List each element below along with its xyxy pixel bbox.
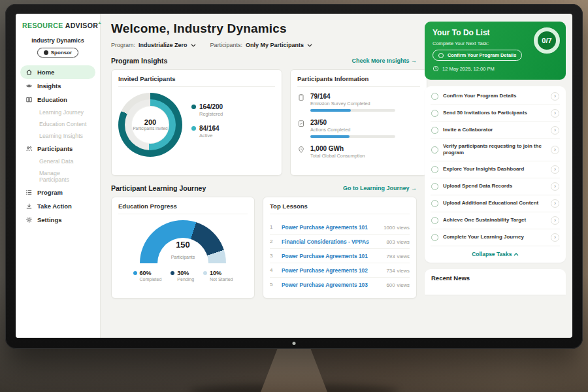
task-row-achieve-target[interactable]: Achieve One Sustainability Target › xyxy=(431,212,560,229)
page-title: Welcome, Industry Dynamics xyxy=(111,22,417,36)
task-row-upload-spend-data[interactable]: Upload Spend Data Records › xyxy=(431,178,560,195)
filter-bar: Program: Industrialize Zero Participants… xyxy=(111,42,417,48)
task-checkbox[interactable] xyxy=(431,217,438,224)
chevron-right-icon[interactable]: › xyxy=(551,165,559,174)
sidebar: RESOURCE ADVISOR+ Industry Dynamics Spon… xyxy=(16,14,101,338)
chevron-right-icon[interactable]: › xyxy=(551,109,559,118)
lesson-row[interactable]: 2 Financial Considerations - VPPAs 803vi… xyxy=(270,235,410,249)
task-checkbox[interactable] xyxy=(438,53,444,58)
sidebar-item-education[interactable]: Education xyxy=(20,93,95,106)
legend-completed: 60% Completed xyxy=(133,270,162,282)
insights-cards-row: Invited Participants 200 Participants In… xyxy=(111,69,417,176)
task-checkbox[interactable] xyxy=(431,183,438,190)
task-checkbox[interactable] xyxy=(431,127,438,134)
sidebar-item-learning-journey[interactable]: Learning Journey xyxy=(20,106,95,118)
legend-dot-active xyxy=(191,126,196,131)
check-more-insights-link[interactable]: Check More Insights → xyxy=(351,57,417,64)
task-row-explore-insights[interactable]: Explore Your Insights Dashboard › xyxy=(431,161,560,178)
sidebar-nav: Home Insights Education Learning Journey… xyxy=(20,65,95,227)
task-checkbox[interactable] xyxy=(431,200,438,207)
task-due-date: 12 May 2025, 12:00 PM xyxy=(433,65,559,72)
legend-dot-registered xyxy=(191,105,196,109)
legend-dot-completed xyxy=(133,271,137,275)
lesson-link[interactable]: Power Purchase Agreements 103 xyxy=(282,282,379,288)
task-checkbox[interactable] xyxy=(431,110,438,117)
lesson-link[interactable]: Power Purchase Agreements 102 xyxy=(282,267,379,274)
chevron-right-icon[interactable]: › xyxy=(551,182,559,191)
book-icon xyxy=(25,96,33,103)
participants-filter-value: Only My Participants xyxy=(246,42,304,48)
webcam-dot xyxy=(293,342,296,345)
lesson-row[interactable]: 4 Power Purchase Agreements 102 734views xyxy=(270,263,410,278)
actions-completed-row: 23/50 Actions Completed xyxy=(297,119,420,138)
top-lessons-card: Top Lessons 1 Power Purchase Agreements … xyxy=(263,197,417,299)
go-to-learning-journey-link[interactable]: Go to Learning Journey → xyxy=(343,185,417,191)
sidebar-item-insights[interactable]: Insights xyxy=(20,79,95,93)
recent-news-card: Recent News xyxy=(425,269,566,295)
lesson-row[interactable]: 3 Power Purchase Agreements 101 793views xyxy=(270,249,410,263)
invited-participants-donut-chart: 200 Participants Invited xyxy=(118,93,182,157)
task-row-confirm-program[interactable]: Confirm Your Program Details › xyxy=(431,88,560,105)
education-progress-title: Education Progress xyxy=(118,203,248,214)
chevron-right-icon[interactable]: › xyxy=(551,92,559,101)
org-name: Industry Dynamics xyxy=(20,37,95,44)
task-row-invite-collaborator[interactable]: Invite a Collaborator › xyxy=(431,122,560,139)
lesson-row[interactable]: 1 Power Purchase Agreements 101 1000view… xyxy=(270,220,410,235)
donut-center-value: 200 xyxy=(144,118,156,126)
lesson-link[interactable]: Financial Considerations - VPPAs xyxy=(282,238,379,245)
sponsor-badge[interactable]: Sponsor xyxy=(37,48,78,57)
sidebar-item-general-data[interactable]: General Data xyxy=(20,155,95,167)
chevron-right-icon[interactable]: › xyxy=(551,146,559,154)
list-icon xyxy=(25,189,33,196)
sidebar-item-learning-insights[interactable]: Learning Insights xyxy=(20,130,95,142)
sidebar-item-take-action[interactable]: Take Action xyxy=(20,199,95,213)
sidebar-item-education-content[interactable]: Education Content xyxy=(20,118,95,130)
sidebar-item-participants[interactable]: Participants xyxy=(20,142,95,155)
chevron-right-icon[interactable]: › xyxy=(551,233,559,242)
gauge-center-label: Participants xyxy=(171,255,195,259)
task-checkbox[interactable] xyxy=(431,93,438,100)
program-filter-value: Industrialize Zero xyxy=(139,42,188,48)
task-row-send-invitations[interactable]: Send 50 Invitations to Participants › xyxy=(431,105,560,122)
people-icon xyxy=(25,145,33,152)
todo-progress-ring: 0/7 xyxy=(534,27,560,54)
education-legend: 60% Completed 30% Pending 10% Not Starte… xyxy=(118,270,248,282)
program-filter-label: Program: xyxy=(111,42,135,48)
program-insights-header: Program Insights Check More Insights → xyxy=(111,57,417,65)
task-row-complete-learning-journey[interactable]: Complete Your Learning Journey › xyxy=(431,229,560,246)
monitor-bezel: RESOURCE ADVISOR+ Industry Dynamics Spon… xyxy=(5,4,583,349)
lesson-link[interactable]: Power Purchase Agreements 101 xyxy=(282,253,379,259)
task-checkbox[interactable] xyxy=(431,166,438,173)
sidebar-item-manage-participants[interactable]: Manage Participants xyxy=(20,167,95,186)
program-filter[interactable]: Program: Industrialize Zero xyxy=(111,42,196,48)
task-row-upload-educational-content[interactable]: Upload Additional Educational Content › xyxy=(431,195,560,212)
sidebar-item-settings[interactable]: Settings xyxy=(20,213,95,227)
learning-journey-header: Participant Learning Journey Go to Learn… xyxy=(111,184,417,192)
actions-progress-bar xyxy=(310,135,395,138)
chevron-right-icon[interactable]: › xyxy=(551,126,559,135)
photo-background: RESOURCE ADVISOR+ Industry Dynamics Spon… xyxy=(0,0,588,392)
invited-participants-card: Invited Participants 200 Participants In… xyxy=(111,69,282,176)
task-checkbox[interactable] xyxy=(431,146,438,154)
lesson-link[interactable]: Power Purchase Agreements 101 xyxy=(282,224,376,231)
global-consumption-row: 1,000 GWh Total Global Consumption xyxy=(297,145,420,161)
check-list-icon xyxy=(297,120,305,127)
sponsor-icon xyxy=(44,50,48,55)
sidebar-item-home[interactable]: Home xyxy=(20,65,95,79)
main-content: Welcome, Industry Dynamics Program: Indu… xyxy=(101,14,425,338)
task-row-verify-participants[interactable]: Verify participants requesting to join t… xyxy=(431,139,560,161)
chevron-down-icon xyxy=(191,44,196,47)
sidebar-item-program[interactable]: Program xyxy=(20,186,95,199)
collapse-tasks-link[interactable]: Collapse Tasks xyxy=(431,246,560,263)
chevron-right-icon[interactable]: › xyxy=(551,199,559,208)
invited-participants-title: Invited Participants xyxy=(118,75,275,87)
gear-icon xyxy=(25,216,33,223)
participants-information-title: Participants Information xyxy=(297,75,420,87)
chevron-right-icon[interactable]: › xyxy=(551,216,559,225)
right-panel: 0/7 Your To Do List Complete Your Next T… xyxy=(425,14,572,338)
lesson-row[interactable]: 5 Power Purchase Agreements 103 600views xyxy=(270,278,410,291)
participants-filter[interactable]: Participants: Only My Participants xyxy=(210,42,313,48)
legend-dot-pending xyxy=(171,271,174,275)
next-task-chip[interactable]: Confirm Your Program Details xyxy=(433,50,522,61)
task-checkbox[interactable] xyxy=(431,234,438,241)
